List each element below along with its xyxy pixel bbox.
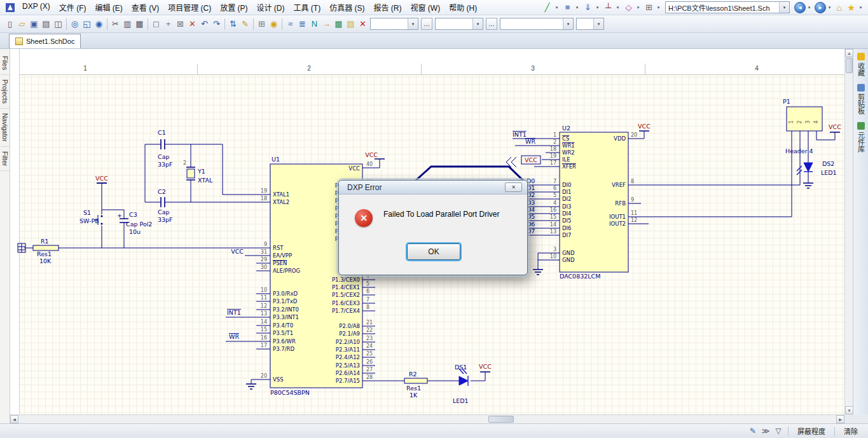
tab-sheet1[interactable]: Sheet1.SchDoc <box>9 34 81 48</box>
cross-probe-icon[interactable]: ⇅ <box>227 18 239 30</box>
sheet-symbol-icon[interactable]: ▦ <box>333 18 345 30</box>
menu-simulator[interactable]: 仿真器 (S) <box>325 2 369 13</box>
redo-icon[interactable]: ↷ <box>210 18 223 30</box>
panel-tab-navigator[interactable]: Navigator <box>1 109 10 147</box>
scale-combo[interactable]: ▾ <box>576 18 604 30</box>
menu-file[interactable]: 文件 (F) <box>55 2 91 13</box>
menu-design[interactable]: 设计 (D) <box>252 2 289 13</box>
scroll-left-button[interactable]: ◀ <box>10 415 18 423</box>
print-icon[interactable]: ▤ <box>40 18 52 30</box>
selection-filter-combo[interactable]: ▾ <box>370 18 418 30</box>
port-tool-icon[interactable]: → <box>320 18 333 30</box>
dialog-title-bar[interactable]: DXP Error ✕ <box>339 181 527 195</box>
panel-tab-libraries[interactable]: 元件库 <box>856 122 866 153</box>
mask-level-button[interactable]: 屏蔽程度 <box>792 425 830 437</box>
edit-mode-icon[interactable]: ✎ <box>747 426 759 437</box>
menu-place[interactable]: 放置 (P) <box>216 2 252 13</box>
wiring-tool-icon[interactable]: ╱ <box>541 1 553 13</box>
combo-dropdown-icon[interactable]: ▾ <box>593 18 603 29</box>
ds2-led-triangle[interactable] <box>804 163 813 172</box>
menu-help[interactable]: 帮助 (H) <box>444 2 481 13</box>
panel-tab-files[interactable]: Files <box>1 51 10 75</box>
net-tool-icon[interactable]: N <box>308 18 320 30</box>
p1-header-body[interactable] <box>787 107 822 131</box>
note-icon[interactable]: ▤ <box>345 18 357 30</box>
mask-filter-combo[interactable]: ▾ <box>435 18 483 30</box>
combo-dropdown-icon[interactable]: ▾ <box>472 18 483 29</box>
menu-view[interactable]: 查看 (V) <box>127 2 163 13</box>
r2-resistor-body[interactable] <box>404 378 427 383</box>
horizontal-scroll-thumb[interactable] <box>488 416 514 423</box>
menu-reports[interactable]: 报告 (R) <box>369 2 406 13</box>
power-port-tool-icon-dropdown[interactable]: ▾ <box>614 1 621 13</box>
grid-tool-icon-dropdown[interactable]: ▾ <box>655 1 662 13</box>
scroll-down-button[interactable]: ▼ <box>845 406 853 414</box>
open-folder-icon[interactable]: ▱ <box>16 18 28 30</box>
menu-dxp[interactable]: DXP (X) <box>18 2 55 13</box>
favorites-icon[interactable]: ★ <box>845 1 857 13</box>
selection-filter-more-button[interactable]: … <box>421 18 432 30</box>
directives-tool-icon[interactable]: ◇ <box>623 1 635 13</box>
panel-tab-projects[interactable]: Projects <box>1 75 10 109</box>
back-button[interactable]: ◂ <box>794 2 806 13</box>
ds1-led-triangle[interactable] <box>459 376 468 385</box>
favorites-dropdown-icon[interactable]: ▾ <box>857 1 864 13</box>
address-value[interactable]: H:\PCB文件\lesson1\Sheet1.Sch <box>666 3 779 13</box>
vertical-scrollbar[interactable]: ▲ ▼ <box>844 49 853 414</box>
print-preview-icon[interactable]: ◫ <box>52 18 64 30</box>
hierarchy-icon[interactable]: ≣ <box>296 18 308 30</box>
menu-project[interactable]: 项目管理 (C) <box>163 2 216 13</box>
menu-edit[interactable]: 编辑 (E) <box>90 2 127 13</box>
forward-button[interactable]: ▸ <box>815 2 826 13</box>
select-rect-icon[interactable]: ◻ <box>150 18 162 30</box>
combo-dropdown-icon[interactable]: ▾ <box>408 18 418 29</box>
clear-button[interactable]: 清除 <box>839 425 863 437</box>
y1-crystal-body[interactable] <box>187 169 195 178</box>
annotate-icon[interactable]: ✎ <box>239 18 251 30</box>
back-dropdown-icon[interactable]: ▾ <box>806 1 813 13</box>
bus-tool-icon-dropdown[interactable]: ▾ <box>574 1 581 13</box>
scroll-up-button[interactable]: ▲ <box>845 49 853 57</box>
grid-tool-icon[interactable]: ⊞ <box>643 1 655 13</box>
filter-dropdown-icon[interactable]: ▽ <box>773 426 784 437</box>
dialog-close-button[interactable]: ✕ <box>505 182 522 192</box>
mixed-sim-icon[interactable]: ≈ <box>284 18 296 30</box>
navigate-icon[interactable]: ≫ <box>760 426 771 437</box>
zoom-fit-icon[interactable]: ◎ <box>69 18 81 30</box>
browse-library-icon[interactable]: ⊞ <box>256 18 268 30</box>
menu-window[interactable]: 视窗 (W) <box>406 2 445 13</box>
menu-tools[interactable]: 工具 (T) <box>289 2 326 13</box>
forward-dropdown-icon[interactable]: ▾ <box>826 1 833 13</box>
address-dropdown-icon[interactable]: ▾ <box>779 2 789 13</box>
directives-tool-icon-dropdown[interactable]: ▾ <box>635 1 642 13</box>
paste-icon[interactable]: ▦ <box>134 18 146 30</box>
bus-tool-icon[interactable]: ≡ <box>561 1 574 13</box>
copy-icon[interactable]: ▥ <box>121 18 134 30</box>
wiring-tool-icon-dropdown[interactable]: ▾ <box>553 1 560 13</box>
combo-dropdown-icon[interactable]: ▾ <box>563 18 573 29</box>
undo-icon[interactable]: ↶ <box>198 18 210 30</box>
mask-filter-more-button[interactable]: … <box>486 18 497 30</box>
place-part-tool-icon-dropdown[interactable]: ▾ <box>594 1 601 13</box>
save-icon[interactable]: ▣ <box>28 18 40 30</box>
zoom-selection-icon[interactable]: ◉ <box>93 18 105 30</box>
r1-resistor-body[interactable] <box>33 245 59 250</box>
panel-tab-filter[interactable]: Filter <box>1 147 10 171</box>
power-port-tool-icon[interactable]: ┴ <box>602 1 614 13</box>
horizontal-scrollbar[interactable]: ◀ ▶ <box>10 414 844 423</box>
home-icon[interactable]: ⌂ <box>833 1 845 13</box>
cut-icon[interactable]: ✂ <box>109 18 121 30</box>
help-browser-icon[interactable]: ◉ <box>268 18 280 30</box>
deselect-icon[interactable]: ⊠ <box>174 18 186 30</box>
zoom-area-icon[interactable]: ◱ <box>81 18 93 30</box>
variant-combo[interactable]: ▾ <box>500 18 574 30</box>
panel-tab-clipboard[interactable]: 剪贴板 <box>856 84 866 114</box>
vertical-scroll-thumb[interactable] <box>846 58 853 73</box>
error-marker-icon[interactable]: ✕ <box>357 18 369 30</box>
address-bar[interactable]: H:\PCB文件\lesson1\Sheet1.Sch ▾ <box>665 1 790 13</box>
cancel-icon[interactable]: ✕ <box>186 18 198 30</box>
scroll-right-button[interactable]: ▶ <box>836 415 844 423</box>
ok-button[interactable]: OK <box>407 243 460 260</box>
place-part-tool-icon[interactable]: ⇓ <box>582 1 594 13</box>
panel-tab-favorites[interactable]: 收藏 <box>856 53 866 76</box>
